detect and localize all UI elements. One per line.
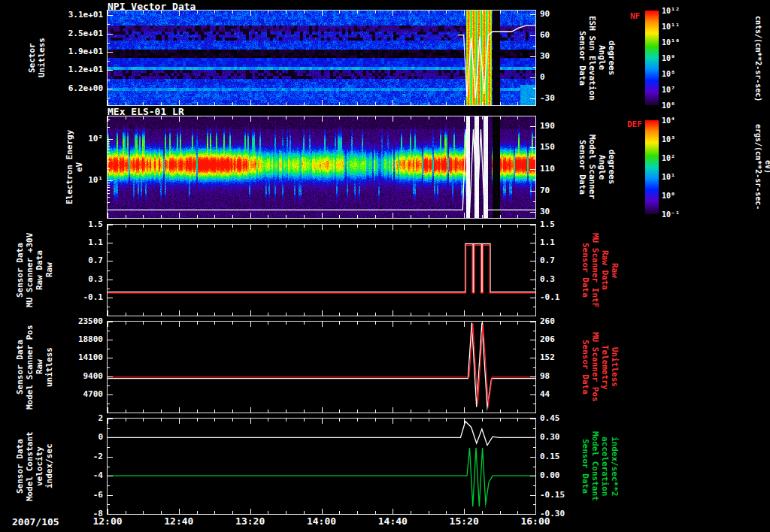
tick-label: 10¹ <box>662 172 692 182</box>
tick-label: 9400 <box>56 371 103 381</box>
y-label-left-model-constant: Sensor Data Model Constant velocity inde… <box>15 419 54 514</box>
panel-els-spectrogram <box>107 116 536 219</box>
y-label-right-scanner-angle: Sensor Data Model Scanner Angle degrees <box>578 116 617 218</box>
y-label-left-npi: Sector Unitless <box>27 11 47 105</box>
tick-label: 90 <box>540 9 578 19</box>
tick-label: -30 <box>540 93 578 103</box>
y-label-right-mu-intf: Sensor Data MU Scanner IntF Raw Data Raw <box>581 225 620 316</box>
def-colorbar-label: DEF <box>627 119 642 129</box>
tick-label: 4700 <box>56 389 103 399</box>
tick-label: -0.1 <box>540 292 578 302</box>
tick-label: 10² <box>56 134 103 144</box>
els-spectrogram-canvas <box>108 116 535 218</box>
tick-label: -4 <box>56 470 103 480</box>
tick-label: 13:20 <box>228 516 273 526</box>
y-label-right-sun-elevation: Sensor Data ESH Sun Elevation Angle degr… <box>578 11 617 105</box>
tick-label: 206 <box>540 334 578 344</box>
panel-model-constant <box>107 418 536 515</box>
tick-label: 30 <box>540 51 578 61</box>
tick-label: 16:00 <box>513 516 558 526</box>
tick-label: 2 <box>56 413 103 423</box>
panel-npi-spectrogram <box>107 10 536 106</box>
tick-label: 152 <box>540 352 578 362</box>
tick-label: 10¹ <box>56 175 103 185</box>
plot-page: NPI Vector Data MEx ELS-01 LR Sector Uni… <box>0 0 770 532</box>
tick-label: 30 <box>540 207 578 216</box>
tick-label: 10⁴ <box>662 116 692 125</box>
y-label-right-acceleration: Sensor Data Model Constant acceleration … <box>581 419 620 514</box>
tick-label: 150 <box>540 142 578 152</box>
tick-label: 1.5 <box>540 219 578 229</box>
tick-label: 10¹¹ <box>662 22 692 32</box>
tick-label: 190 <box>540 121 578 131</box>
tick-label: 1.5 <box>56 219 103 229</box>
tick-label: -0.15 <box>540 490 578 500</box>
npi-spectrogram-canvas <box>108 11 535 105</box>
tick-label: 14:00 <box>299 516 344 526</box>
tick-label: 10¹⁰ <box>662 38 692 47</box>
tick-label: 1.1 <box>540 237 578 247</box>
scanner-pos-plot-canvas <box>108 322 535 413</box>
tick-label: 60 <box>540 30 578 40</box>
y-label-left-scanner-pos: Sensor Data Model Scanner Pos Raw unitle… <box>15 322 54 413</box>
tick-label: 23500 <box>56 316 103 326</box>
tick-label: 10⁶ <box>662 101 692 110</box>
tick-label: 14100 <box>56 352 103 362</box>
tick-label: 10² <box>662 153 692 163</box>
tick-label: 10⁸ <box>662 69 692 79</box>
panel-mu-scanner-30v <box>107 224 536 316</box>
tick-label: 12:40 <box>156 516 202 526</box>
tick-label: 10³ <box>662 135 692 144</box>
tick-label: 260 <box>540 316 578 326</box>
tick-label: 18800 <box>56 334 103 344</box>
tick-label: 44 <box>540 389 578 399</box>
mu-scanner-30v-plot-canvas <box>108 225 535 316</box>
tick-label: 1.9e+01 <box>56 47 103 56</box>
tick-label: 0 <box>56 432 103 442</box>
tick-label: 6.2e+00 <box>56 83 103 93</box>
tick-label: 0.15 <box>540 452 578 461</box>
tick-label: 98 <box>540 371 578 381</box>
tick-label: 0.45 <box>540 413 578 423</box>
tick-label: 10⁻¹ <box>662 210 692 219</box>
tick-label: 0.7 <box>540 255 578 265</box>
tick-label: 12:00 <box>85 516 130 526</box>
tick-label: 10¹² <box>662 6 692 16</box>
y-label-left-els: Electron Energy eV <box>65 116 84 218</box>
tick-label: 110 <box>540 164 578 174</box>
tick-label: 0.7 <box>56 255 103 265</box>
tick-label: 14:40 <box>370 516 415 526</box>
tick-label: 0.3 <box>540 274 578 284</box>
model-constant-plot-canvas <box>108 419 535 514</box>
tick-label: 15:20 <box>441 516 487 526</box>
y-label-right-mu-pos: Sensor Data MU Scanner Pos Telemetry Uni… <box>581 322 620 413</box>
tick-label: 0 <box>540 72 578 82</box>
nf-colorbar-unit-label: cnts/(cm**2-sr-sec) <box>753 9 763 108</box>
tick-label: 2.5e+01 <box>56 29 103 38</box>
tick-label: 0.00 <box>540 470 578 480</box>
tick-label: 10⁰ <box>662 191 692 201</box>
tick-label: 0.3 <box>56 274 103 284</box>
tick-label: 70 <box>540 186 578 195</box>
y-label-left-mu-scanner-30v: Sensor Data MU Scanner +30V Raw Data Raw <box>15 225 54 316</box>
tick-label: 1.2e+01 <box>56 65 103 74</box>
nf-colorbar-label: NF <box>630 11 640 21</box>
date-label: 2007/105 <box>12 516 59 527</box>
tick-label: 10⁹ <box>662 53 692 63</box>
tick-label: 10⁷ <box>662 85 692 95</box>
nf-colorbar-gradient <box>645 11 659 105</box>
tick-label: -0.1 <box>56 292 103 302</box>
tick-label: -2 <box>56 452 103 461</box>
def-colorbar-gradient <box>645 120 659 214</box>
panel-scanner-pos <box>107 321 536 413</box>
tick-label: 0.30 <box>540 432 578 442</box>
def-colorbar-unit-label: ergs/(cm**2-sr-sec-eV) <box>753 117 770 216</box>
tick-label: 3.1e+01 <box>56 10 103 20</box>
tick-label: -6 <box>56 490 103 500</box>
tick-label: 1.1 <box>56 237 103 247</box>
